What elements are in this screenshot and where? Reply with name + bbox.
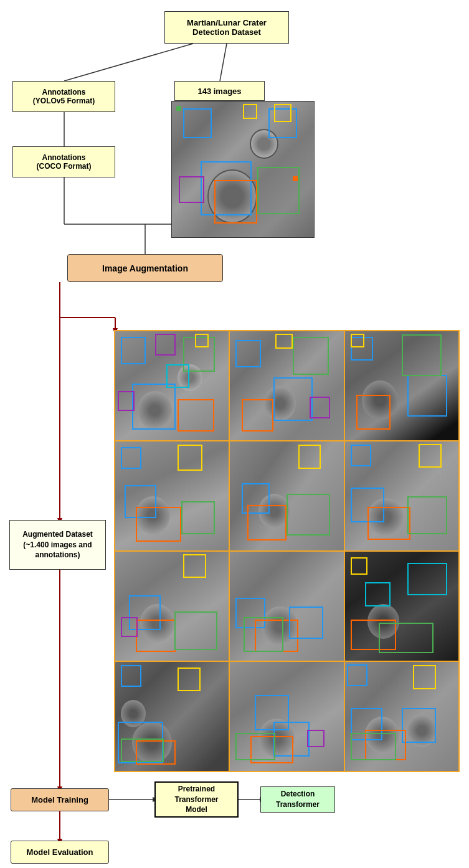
images-count-label: 143 images — [197, 87, 241, 96]
grid-cell-4-2 — [230, 662, 343, 771]
grid-cell-2-1 — [115, 441, 229, 550]
image-augmentation-node: Image Augmentation — [67, 254, 223, 282]
detection-transformer-node: DetectionTransformer — [260, 786, 335, 813]
grid-cell-3-2 — [230, 552, 343, 661]
reference-crater-image — [171, 101, 315, 238]
pretrained-transformer-node: PretrainedTransformerModel — [154, 781, 239, 818]
augmented-dataset-node: Augmented Dataset(~1.400 images andannot… — [9, 520, 106, 570]
images-count-node: 143 images — [174, 81, 265, 101]
grid-cell-2-2 — [230, 441, 343, 550]
svg-line-1 — [220, 44, 227, 81]
grid-cell-1-1 — [115, 331, 229, 440]
grid-cell-4-1 — [115, 662, 229, 771]
grid-cell-2-3 — [345, 441, 458, 550]
dataset-node: Martian/Lunar CraterDetection Dataset — [164, 11, 289, 44]
image-augmentation-label: Image Augmentation — [102, 263, 188, 273]
annotations-coco-node: Annotations(COCO Format) — [12, 146, 115, 177]
augmented-dataset-label: Augmented Dataset(~1.400 images andannot… — [22, 529, 93, 560]
model-training-node: Model Training — [11, 788, 109, 811]
annotations-coco-label: Annotations(COCO Format) — [37, 153, 92, 171]
annotations-yolo-node: Annotations(YOLOv5 Format) — [12, 81, 115, 112]
augmented-image-grid — [114, 330, 460, 772]
model-evaluation-node: Model Evaluation — [11, 841, 109, 864]
model-evaluation-label: Model Evaluation — [27, 847, 93, 857]
detection-transformer-label: DetectionTransformer — [276, 789, 320, 810]
grid-cell-1-3 — [345, 331, 458, 440]
svg-line-0 — [64, 44, 193, 81]
annotations-yolo-label: Annotations(YOLOv5 Format) — [33, 88, 95, 105]
grid-cell-3-3 — [345, 552, 458, 661]
grid-cell-4-3 — [345, 662, 458, 771]
diagram-container: Martian/Lunar CraterDetection Dataset An… — [0, 0, 469, 868]
model-training-label: Model Training — [31, 795, 88, 804]
grid-cell-3-1 — [115, 552, 229, 661]
pretrained-transformer-label: PretrainedTransformerModel — [174, 784, 218, 815]
dataset-label: Martian/Lunar CraterDetection Dataset — [187, 18, 267, 37]
grid-cell-1-2 — [230, 331, 343, 440]
